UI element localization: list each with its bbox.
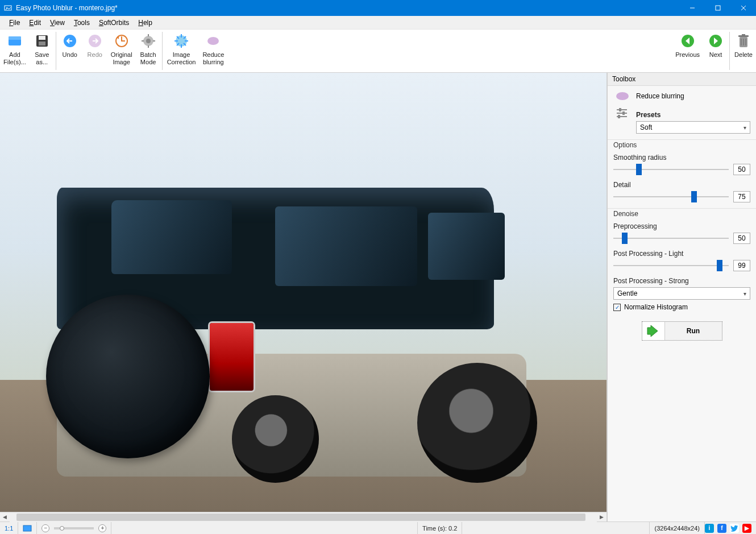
info-icon[interactable]: i xyxy=(705,524,714,533)
menu-bar: File Edit View Tools SoftOrbits Help xyxy=(0,16,756,30)
svg-rect-45 xyxy=(23,525,31,531)
batch-mode-button[interactable]: Batch Mode xyxy=(136,30,161,72)
trash-icon xyxy=(734,32,753,50)
smoothing-radius-value[interactable]: 50 xyxy=(733,164,750,175)
post-light-slider[interactable] xyxy=(613,260,729,271)
scroll-track[interactable] xyxy=(10,512,597,522)
smoothing-radius-label: Smoothing radius xyxy=(613,154,750,162)
preprocessing-label: Preprocessing xyxy=(613,222,750,230)
detail-label: Detail xyxy=(613,181,750,189)
previous-button[interactable]: Previous xyxy=(672,30,703,72)
canvas-wrap: ◀ ▶ xyxy=(0,73,607,521)
detail-slider[interactable] xyxy=(613,191,729,202)
redo-button[interactable]: Redo xyxy=(82,30,107,72)
options-heading: Options xyxy=(608,139,756,150)
undo-icon xyxy=(61,32,79,50)
run-label: Run xyxy=(665,327,722,335)
delete-button[interactable]: Delete xyxy=(731,30,756,72)
zoom-out-button[interactable]: − xyxy=(41,524,49,532)
redo-label: Redo xyxy=(88,51,102,59)
svg-rect-7 xyxy=(9,36,21,40)
twitter-icon[interactable] xyxy=(730,524,739,533)
save-icon xyxy=(33,32,51,50)
post-strong-label: Post Processing - Strong xyxy=(613,277,750,285)
previous-label: Previous xyxy=(675,51,700,59)
undo-button[interactable]: Undo xyxy=(57,30,82,72)
status-dimensions: (3264x2448x24) xyxy=(650,522,705,534)
menu-help[interactable]: Help xyxy=(134,16,157,29)
toolbox-panel: Toolbox Reduce blurring Presets Soft Opt… xyxy=(607,73,756,521)
scroll-right-arrow[interactable]: ▶ xyxy=(597,512,607,522)
status-time: Time (s): 0.2 xyxy=(418,522,462,534)
save-as-button[interactable]: Save as... xyxy=(30,30,55,72)
menu-file[interactable]: File xyxy=(5,16,24,29)
facebook-icon[interactable]: f xyxy=(717,524,726,533)
presets-combo[interactable]: Soft xyxy=(636,121,750,134)
reduce-blurring-icon xyxy=(204,32,222,50)
zoom-slider-thumb[interactable] xyxy=(60,526,64,531)
scroll-left-arrow[interactable]: ◀ xyxy=(0,512,10,522)
fit-button[interactable] xyxy=(18,522,37,534)
normalize-histogram-label: Normalize Histogram xyxy=(624,303,688,311)
horizontal-scrollbar[interactable]: ◀ ▶ xyxy=(0,512,607,521)
zoom-in-button[interactable]: + xyxy=(98,524,106,532)
minimize-button[interactable] xyxy=(679,0,705,16)
svg-point-15 xyxy=(146,39,151,43)
svg-rect-9 xyxy=(39,36,45,40)
detail-value[interactable]: 75 xyxy=(733,191,750,202)
previous-icon xyxy=(679,32,697,50)
svg-rect-3 xyxy=(716,6,720,10)
toolbox-mode-label: Reduce blurring xyxy=(636,92,684,100)
maximize-button[interactable] xyxy=(705,0,730,16)
undo-label: Undo xyxy=(63,51,77,59)
presets-selected: Soft xyxy=(640,123,652,131)
svg-point-29 xyxy=(207,37,219,45)
blur-icon xyxy=(613,90,632,102)
next-button[interactable]: Next xyxy=(703,30,728,72)
save-as-label: Save as... xyxy=(35,51,49,66)
normalize-histogram-checkbox[interactable]: ✓ xyxy=(613,304,621,311)
menu-view[interactable]: View xyxy=(45,16,69,29)
reduce-blurring-label: Reduce blurring xyxy=(202,51,224,66)
redo-icon xyxy=(86,32,104,50)
toolbar: Add File(s)... Save as... Undo Redo Orig… xyxy=(0,30,756,73)
workspace: ◀ ▶ Toolbox Reduce blurring Presets Soft… xyxy=(0,73,756,521)
menu-edit[interactable]: Edit xyxy=(24,16,45,29)
smoothing-radius-slider[interactable] xyxy=(613,164,729,175)
svg-rect-43 xyxy=(622,111,625,115)
slider-thumb[interactable] xyxy=(636,164,642,175)
close-button[interactable] xyxy=(730,0,756,16)
post-strong-selected: Gentle xyxy=(617,289,637,297)
original-image-icon xyxy=(113,32,131,50)
image-correction-icon xyxy=(172,32,190,50)
batch-mode-label: Batch Mode xyxy=(140,51,156,66)
preprocessing-slider[interactable] xyxy=(613,233,729,244)
reduce-blurring-button[interactable]: Reduce blurring xyxy=(199,30,227,72)
window-title: Easy Photo Unblur - montero.jpg* xyxy=(16,4,118,12)
youtube-icon[interactable]: ▶ xyxy=(742,524,751,533)
add-files-icon xyxy=(6,32,24,50)
next-icon xyxy=(707,32,725,50)
slider-thumb[interactable] xyxy=(717,260,722,271)
menu-softorbits[interactable]: SoftOrbits xyxy=(94,16,134,29)
post-light-value[interactable]: 99 xyxy=(733,260,750,271)
original-image-button[interactable]: Original Image xyxy=(107,30,136,72)
run-button[interactable]: Run xyxy=(642,321,722,341)
run-icon xyxy=(642,322,665,340)
slider-thumb[interactable] xyxy=(691,191,697,202)
image-correction-button[interactable]: Image Correction xyxy=(164,30,200,72)
zoom-ratio[interactable]: 1:1 xyxy=(0,522,18,534)
batch-mode-icon xyxy=(139,32,157,50)
title-bar: Easy Photo Unblur - montero.jpg* xyxy=(0,0,756,16)
add-files-button[interactable]: Add File(s)... xyxy=(0,30,30,72)
original-image-label: Original Image xyxy=(111,51,132,66)
zoom-slider[interactable] xyxy=(54,527,94,529)
scroll-thumb[interactable] xyxy=(16,514,585,521)
preprocessing-value[interactable]: 50 xyxy=(733,233,750,244)
image-canvas[interactable] xyxy=(0,73,607,512)
toolbox-title: Toolbox xyxy=(608,73,756,86)
menu-tools[interactable]: Tools xyxy=(69,16,94,29)
post-strong-combo[interactable]: Gentle xyxy=(613,287,750,300)
denoise-heading: Denoise xyxy=(608,208,756,219)
slider-thumb[interactable] xyxy=(622,233,628,244)
